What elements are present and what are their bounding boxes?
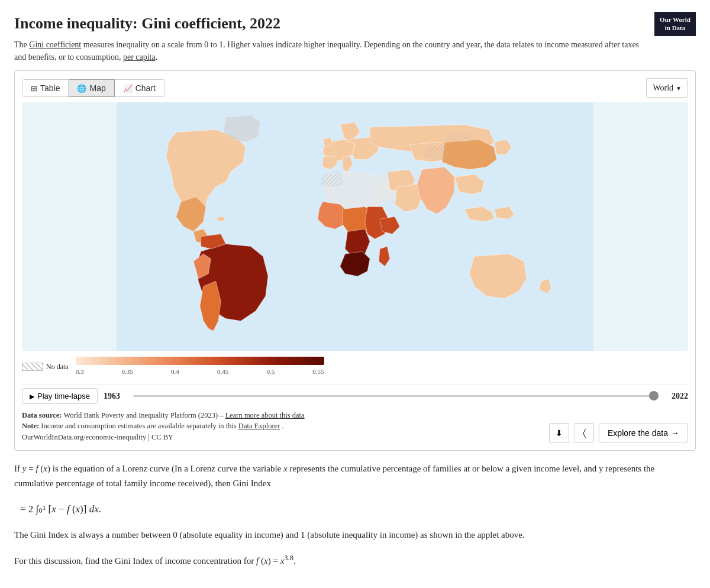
map-area — [22, 102, 688, 351]
tab-group: Table Map Chart — [22, 79, 164, 97]
gini-link[interactable]: Gini coefficient — [29, 40, 81, 49]
page-title: Income inequality: Gini coefficient, 202… — [14, 12, 645, 35]
legend-gradient: 0.3 0.35 0.4 0.45 0.5 0.55 — [76, 357, 324, 377]
controls-row: Table Map Chart World — [22, 78, 688, 98]
chart-container: Table Map Chart World — [14, 70, 696, 451]
legend-color-bar — [76, 357, 324, 365]
year-start-label: 1963 — [104, 390, 127, 402]
data-source-line: Data source: World Bank Poverty and Ineq… — [22, 410, 549, 421]
header-text: Income inequality: Gini coefficient, 202… — [14, 12, 645, 63]
chart-icon — [123, 83, 133, 93]
data-explorer-link[interactable]: Data Explorer — [238, 422, 280, 430]
citation-line: OurWorldInData.org/economic-inequality |… — [22, 432, 549, 443]
time-control: Play time-lapse 1963 2022 — [22, 384, 688, 404]
page-container: Income inequality: Gini coefficient, 202… — [0, 0, 710, 588]
tab-table[interactable]: Table — [22, 79, 69, 97]
legend-labels: 0.3 0.35 0.4 0.45 0.5 0.55 — [76, 367, 324, 377]
play-icon — [30, 392, 34, 400]
footer-text: Data source: World Bank Poverty and Ineq… — [22, 410, 549, 443]
body-paragraph-3: For this discussion, find the Gini Index… — [14, 552, 696, 569]
play-button[interactable]: Play time-lapse — [22, 388, 98, 404]
region-value: World — [653, 82, 673, 94]
world-map-svg — [22, 102, 688, 351]
subtitle: The Gini coefficient measures inequality… — [14, 38, 645, 63]
download-icon — [556, 428, 563, 438]
play-label: Play time-lapse — [37, 392, 90, 400]
explore-arrow-icon: → — [671, 428, 679, 438]
explore-label: Explore the data — [608, 428, 668, 438]
body-paragraph-1: If y = f (x) is the equation of a Lorenz… — [14, 461, 696, 492]
learn-more-link[interactable]: Learn more about this data — [225, 411, 305, 419]
share-icon: 〈 — [583, 428, 586, 438]
explore-button[interactable]: Explore the data → — [599, 424, 688, 442]
share-button[interactable]: 〈 — [574, 423, 594, 443]
svg-point-1 — [217, 217, 224, 221]
tab-chart[interactable]: Chart — [115, 79, 164, 97]
data-source-label: Data source: — [22, 411, 62, 419]
chevron-down-icon — [676, 82, 682, 94]
owid-badge: Our World in Data — [654, 12, 696, 36]
download-button[interactable] — [549, 423, 569, 443]
body-paragraph-2: The Gini Index is always a number betwee… — [14, 528, 696, 543]
data-source-text: World Bank Poverty and Inequality Platfo… — [63, 411, 225, 419]
header-area: Income inequality: Gini coefficient, 202… — [14, 12, 696, 63]
note-label: Note: — [22, 422, 39, 430]
footer-actions: 〈 Explore the data → — [549, 423, 688, 443]
per-capita-link[interactable]: per capita — [123, 53, 156, 62]
tab-map[interactable]: Map — [69, 79, 114, 97]
map-icon — [77, 83, 86, 93]
chart-footer: Data source: World Bank Poverty and Ineq… — [22, 410, 688, 443]
math-formula-1: = 2 ∫₀¹ [x − f (x)] dx. — [20, 501, 696, 518]
time-slider[interactable] — [133, 395, 659, 397]
body-text: If y = f (x) is the equation of a Lorenz… — [14, 461, 696, 569]
table-icon — [31, 83, 37, 93]
no-data-label: No data — [46, 361, 69, 372]
region-selector[interactable]: World — [646, 78, 688, 98]
no-data-box — [22, 363, 43, 371]
year-end-label: 2022 — [664, 390, 688, 402]
no-data-legend: No data — [22, 361, 69, 372]
legend-area: No data 0.3 0.35 0.4 0.45 0.5 0.55 — [22, 354, 688, 379]
note-line: Note: Income and consumption estimates a… — [22, 421, 549, 432]
